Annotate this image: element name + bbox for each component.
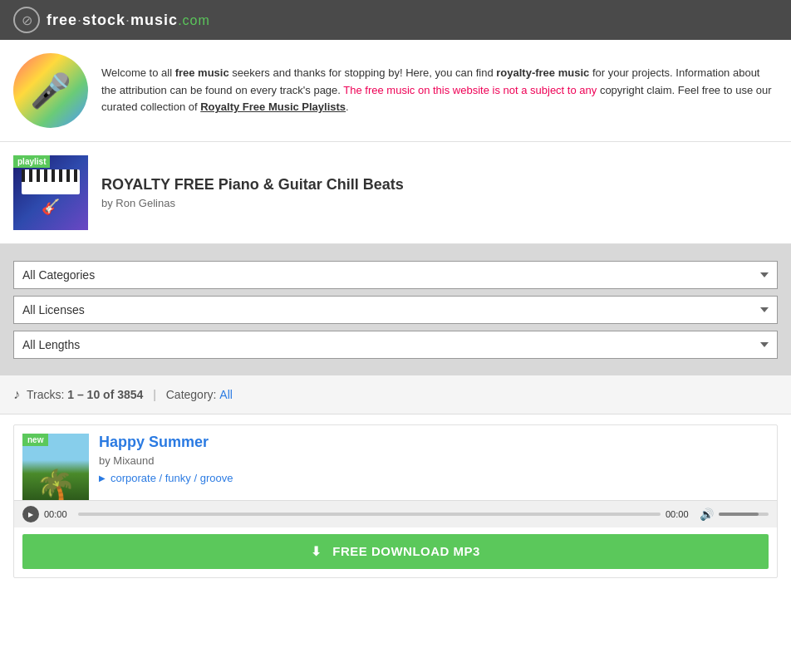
tracks-info-bar: ♪ Tracks: 1 – 10 of 3854 | Category: All [0,375,791,414]
track-tags: ▶ corporate / funky / groove [99,472,769,484]
track-tags-text: corporate / funky / groove [111,472,233,484]
categories-select[interactable]: All Categories Ambient Classical Electro… [13,261,778,289]
welcome-avatar: 🎤 [13,53,88,128]
palm-tree-icon: 🌴 [35,470,76,500]
player-volume-slider[interactable] [719,513,769,516]
track-author: by Mixaund [99,454,769,467]
track-header: new 🌴 Happy Summer by Mixaund ▶ corporat… [14,425,777,500]
tracks-separator: | [153,388,156,401]
music-note-icon: ♪ [13,387,20,402]
tracks-label: Tracks: [27,388,64,401]
track-new-badge: new [22,434,48,446]
piano-keys-graphic [22,169,80,194]
lengths-select[interactable]: All Lengths 0-30s 30s-1min 1-3min 3-5min… [13,331,778,359]
category-filter-link[interactable]: All [219,388,233,401]
logo-icon: ⊘ [13,7,40,33]
tracks-range: 1 – 10 of 3854 [67,388,143,401]
player-time-end: 00:00 [666,509,695,519]
track-item: new 🌴 Happy Summer by Mixaund ▶ corporat… [13,424,778,578]
welcome-section: 🎤 Welcome to all free music seekers and … [0,40,791,142]
player-bar: ▶ 00:00 00:00 🔊 [14,500,777,527]
playlist-item: playlist 🎸 ROYALTY FREE Piano & Guitar C… [13,155,778,230]
guitar-icon: 🎸 [42,198,60,216]
category-label: Category: [166,388,217,401]
playlist-section: playlist 🎸 ROYALTY FREE Piano & Guitar C… [0,142,791,244]
logo-text: free·stock·music.com [47,12,210,29]
player-play-button[interactable]: ▶ [22,506,39,522]
download-button[interactable]: ⬇ FREE DOWNLOAD MP3 [22,534,769,569]
playlist-info: ROYALTY FREE Piano & Guitar Chill Beats … [101,176,404,209]
logo-brand: free·stock·music [47,12,178,28]
logo-com: .com [178,13,210,27]
player-progress-bar[interactable] [78,513,661,516]
site-header: ⊘ free·stock·music.com [0,0,791,40]
royalty-playlists-link[interactable]: Royalty Free Music Playlists [200,101,346,113]
filters-section: All Categories Ambient Classical Electro… [0,244,791,375]
player-volume-fill [719,513,759,516]
download-icon: ⬇ [311,544,322,558]
player-time-start: 00:00 [44,509,73,519]
playlist-author: by Ron Gelinas [101,197,404,209]
welcome-text: Welcome to all free music seekers and th… [101,65,778,116]
licenses-select[interactable]: All Licenses Creative Commons Public Dom… [13,296,778,324]
volume-icon[interactable]: 🔊 [700,508,714,521]
playlist-thumbnail: playlist 🎸 [13,155,88,230]
download-label: FREE DOWNLOAD MP3 [332,544,480,558]
playlist-badge: playlist [13,155,50,168]
track-title[interactable]: Happy Summer [99,434,769,451]
play-tags-icon[interactable]: ▶ [99,473,106,483]
playlist-title: ROYALTY FREE Piano & Guitar Chill Beats [101,176,404,194]
track-thumbnail: new 🌴 [22,434,89,500]
track-details: Happy Summer by Mixaund ▶ corporate / fu… [99,434,769,484]
